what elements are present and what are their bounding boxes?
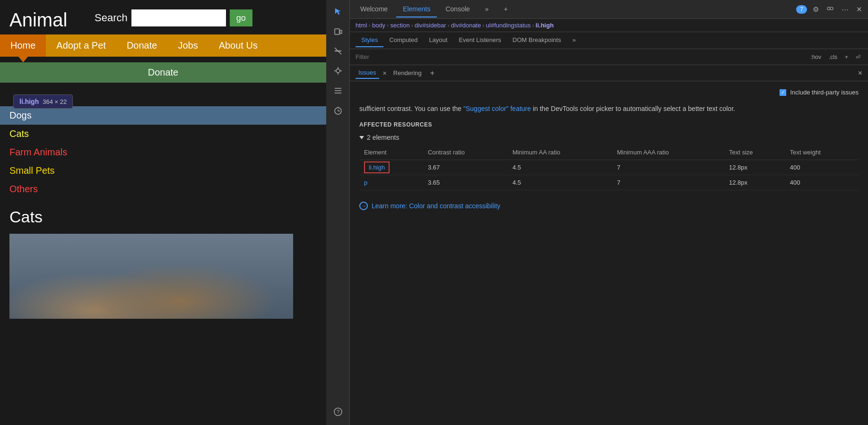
issues-tab-close[interactable]: × <box>383 69 387 77</box>
sidebar-list: Dogs Cats Farm Animals Small Pets Others <box>0 106 326 198</box>
issues-bar: Issues × Rendering + × <box>350 65 868 81</box>
devtools-content: Include third-party issues sufficient co… <box>350 81 868 425</box>
tab-layout[interactable]: Layout <box>423 34 453 47</box>
cell-weight-p: 400 <box>785 175 859 190</box>
cell-contrast-p: 3.65 <box>423 175 508 190</box>
breadcrumb-funding[interactable]: ul#fundingstatus <box>486 22 531 29</box>
nav-adopt[interactable]: Adopt a Pet <box>46 34 116 57</box>
learn-more-link[interactable]: Learn more: Color and contrast accessibi… <box>372 202 500 210</box>
tab-elements[interactable]: Elements <box>396 1 437 17</box>
issue-text: sufficient contrast. You can use the "Su… <box>359 103 859 114</box>
add-style-rule-button[interactable]: + <box>843 53 850 61</box>
cell-element-p: p <box>359 175 423 190</box>
filter-input[interactable] <box>356 53 805 60</box>
breadcrumb: html › body › section › div#sidebar › di… <box>350 19 868 32</box>
panel-tabs: Styles Computed Layout Event Listeners D… <box>350 32 868 49</box>
nav-about[interactable]: About Us <box>208 34 268 57</box>
list-item-dogs[interactable]: Dogs <box>0 106 326 125</box>
nav-bar: Home Adopt a Pet Donate Jobs About Us <box>0 34 326 57</box>
issues-badge[interactable]: 7 <box>796 5 807 14</box>
search-input[interactable] <box>131 9 226 26</box>
site-header: Animal Search go <box>0 0 326 34</box>
tooltip-tag: li.high <box>19 98 39 105</box>
dock-icon[interactable] <box>825 3 836 16</box>
tooltip-size: 364 × 22 <box>43 98 67 105</box>
help-icon[interactable]: ? <box>329 402 347 421</box>
tab-rendering[interactable]: Rendering <box>391 68 425 78</box>
devtools-panel: Welcome Elements Console » + 7 ⚙ ⋯ ✕ htm… <box>350 0 868 425</box>
cls-button[interactable]: .cls <box>827 53 839 61</box>
breadcrumb-section[interactable]: section <box>390 22 409 29</box>
new-style-rule-button[interactable]: ⏎ <box>854 53 862 61</box>
nav-donate[interactable]: Donate <box>116 34 168 57</box>
nav-home[interactable]: Home <box>0 34 46 57</box>
filter-bar: :hov .cls + ⏎ <box>350 49 868 65</box>
tab-computed[interactable]: Computed <box>383 34 423 47</box>
close-issues-panel-button[interactable]: × <box>858 69 862 77</box>
device-icon[interactable] <box>329 22 347 41</box>
element-link-p[interactable]: p <box>364 179 367 186</box>
search-bar: Search go <box>95 7 252 29</box>
cursor-icon[interactable] <box>329 2 347 21</box>
issues-table: Element Contrast ratio Minimum AA ratio … <box>359 147 859 190</box>
list-item-farm[interactable]: Farm Animals <box>0 143 326 162</box>
customize-icon[interactable] <box>329 81 347 100</box>
svg-text:?: ? <box>336 409 339 415</box>
cell-aaa-p: 7 <box>612 175 724 190</box>
no-inspect-icon[interactable] <box>329 42 347 60</box>
tab-styles[interactable]: Styles <box>356 34 383 47</box>
cell-size-lihigh: 12.8px <box>724 160 785 175</box>
breadcrumb-sidebar[interactable]: div#sidebar <box>415 22 446 29</box>
tab-more-panels[interactable]: » <box>567 34 582 47</box>
col-contrast: Contrast ratio <box>423 147 508 160</box>
devtools-toolbar: ? <box>326 0 350 425</box>
expand-icon <box>359 136 364 139</box>
list-item-small[interactable]: Small Pets <box>0 162 326 180</box>
elements-count[interactable]: 2 elements <box>359 134 859 141</box>
table-row-p: p 3.65 4.5 7 12.8px 400 <box>359 175 859 190</box>
list-item-others[interactable]: Others <box>0 180 326 198</box>
suggest-color-link[interactable]: "Suggest color" feature <box>463 105 531 112</box>
col-aa: Minimum AA ratio <box>508 147 612 160</box>
hov-button[interactable]: :hov <box>808 53 823 61</box>
add-tab-button[interactable]: + <box>430 69 434 77</box>
devtools-topbar: Welcome Elements Console » + 7 ⚙ ⋯ ✕ <box>350 0 868 19</box>
element-link-lihigh[interactable]: li.high <box>364 162 390 173</box>
tab-console[interactable]: Console <box>439 1 476 17</box>
settings-icon[interactable]: ⚙ <box>811 3 821 16</box>
debug-icon[interactable] <box>329 61 347 80</box>
timer-icon[interactable] <box>329 101 347 120</box>
nav-jobs[interactable]: Jobs <box>167 34 208 57</box>
tab-more[interactable]: » <box>478 1 495 17</box>
cell-size-p: 12.8px <box>724 175 785 190</box>
search-button[interactable]: go <box>230 9 252 26</box>
svg-rect-1 <box>340 30 342 34</box>
main-content: Cats <box>0 198 326 328</box>
svg-point-18 <box>827 7 830 10</box>
cell-contrast-lihigh: 3.67 <box>423 160 508 175</box>
section-title: Cats <box>9 208 317 226</box>
more-icon[interactable]: ⋯ <box>840 3 851 16</box>
third-party-checkbox[interactable] <box>780 89 786 96</box>
devtools-top-icons: 7 ⚙ ⋯ ✕ <box>796 3 864 16</box>
third-party-label: Include third-party issues <box>790 89 859 96</box>
breadcrumb-body[interactable]: body <box>372 22 385 29</box>
donate-banner[interactable]: Donate <box>0 62 326 83</box>
close-devtools-icon[interactable]: ✕ <box>854 3 864 16</box>
tab-add[interactable]: + <box>497 1 514 17</box>
affected-resources-title: AFFECTED RESOURCES <box>359 121 859 128</box>
breadcrumb-lihigh[interactable]: li.high <box>536 22 554 29</box>
breadcrumb-html[interactable]: html <box>356 22 367 29</box>
breadcrumb-donate[interactable]: div#donate <box>451 22 481 29</box>
learn-more: → Learn more: Color and contrast accessi… <box>359 202 859 210</box>
tab-dom-breakpoints[interactable]: DOM Breakpoints <box>507 34 567 47</box>
tab-event-listeners[interactable]: Event Listeners <box>453 34 507 47</box>
list-item-cats[interactable]: Cats <box>0 125 326 143</box>
search-label: Search <box>95 12 128 24</box>
cat-image <box>9 234 293 319</box>
tab-welcome[interactable]: Welcome <box>354 1 394 17</box>
col-size: Text size <box>724 147 785 160</box>
tab-issues[interactable]: Issues <box>356 67 379 79</box>
svg-rect-0 <box>335 29 339 34</box>
cell-aa-lihigh: 4.5 <box>508 160 612 175</box>
